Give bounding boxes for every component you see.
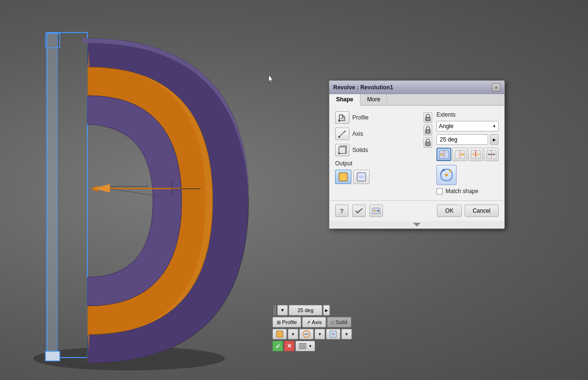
- extents-type-value: Angle: [439, 123, 454, 130]
- extents-type-dropdown[interactable]: Angle ▼: [436, 121, 499, 131]
- flip-buttons-row: [436, 148, 499, 161]
- tip-arrow-icon: [413, 223, 421, 227]
- svg-rect-21: [299, 347, 306, 349]
- svg-point-31: [427, 119, 429, 120]
- flip-btn-2[interactable]: [452, 148, 467, 161]
- axis-toolbar-btn[interactable]: ↗ Axis: [302, 317, 326, 327]
- profile-lock-btn[interactable]: [424, 112, 432, 123]
- profile-icon: ⊞: [277, 320, 281, 325]
- footer-left: ?: [335, 205, 383, 217]
- check-icon: ✓: [275, 343, 281, 350]
- svg-rect-2: [47, 33, 57, 358]
- output-label: Output: [335, 160, 420, 167]
- revolve-dialog: Revolve : Revolution1 × Shape More: [329, 80, 505, 229]
- bottom-toolbar: ▼ 25 deg ▶ ⊞ Profile ↗ Axis □ Solid ▼: [272, 305, 352, 351]
- dialog-title: Revolve : Revolution1: [333, 84, 393, 91]
- solids-field-row: Solids: [335, 144, 420, 156]
- toolbar-separator: [273, 305, 275, 315]
- angle-row: ▼ 25 deg ▶: [272, 305, 352, 315]
- extents-value-row: 25 deg ▶: [436, 134, 499, 145]
- svg-rect-3: [45, 351, 60, 361]
- help-btn[interactable]: ?: [335, 205, 348, 217]
- dialog-right-panel: Extents Angle ▼ 25 deg ▶: [425, 111, 499, 195]
- star-revolve-btn[interactable]: [436, 165, 457, 185]
- preview-btn[interactable]: [370, 205, 383, 217]
- profile-label: Profile: [282, 319, 297, 325]
- extents-label: Extents: [436, 111, 499, 118]
- svg-rect-20: [299, 346, 306, 347]
- check-preview-btn[interactable]: [352, 205, 366, 217]
- confirm-btn[interactable]: ✓: [272, 341, 283, 351]
- svg-rect-25: [339, 147, 346, 153]
- output-extra2-btn[interactable]: ▼: [341, 329, 352, 339]
- flip-btn-1[interactable]: [436, 148, 451, 161]
- cancel-btn[interactable]: ✕: [284, 341, 294, 351]
- flip-btn-4[interactable]: [484, 148, 499, 161]
- tab-more[interactable]: More: [360, 94, 387, 105]
- output-more-btn[interactable]: ▼: [315, 329, 325, 339]
- solid-toolbar-btn[interactable]: □ Solid: [327, 317, 352, 327]
- profile-axis-row: ⊞ Profile ↗ Axis □ Solid: [272, 317, 352, 327]
- axis-field-icon[interactable]: [335, 128, 349, 140]
- angle-increment-btn[interactable]: ▶: [323, 305, 330, 315]
- svg-point-33: [427, 131, 429, 132]
- output-section: Output: [335, 160, 420, 184]
- output-surface-btn-dialog[interactable]: [353, 170, 370, 184]
- extents-increment-btn[interactable]: ▶: [490, 134, 499, 145]
- ok-button[interactable]: OK: [437, 205, 461, 217]
- solids-field-icon[interactable]: [335, 144, 349, 156]
- dialog-body: Profile Axis: [329, 106, 504, 200]
- svg-point-44: [445, 174, 448, 176]
- profile-field-row: Profile: [335, 111, 420, 124]
- output-cut-btn[interactable]: [299, 329, 314, 339]
- axis-field-row: Axis: [335, 128, 420, 140]
- dialog-close-btn[interactable]: ×: [492, 83, 501, 92]
- axis-field-label: Axis: [352, 130, 363, 137]
- x-icon: ✕: [287, 343, 292, 349]
- svg-line-10: [110, 189, 158, 196]
- svg-marker-11: [93, 184, 110, 193]
- output-buttons-row: [335, 170, 420, 184]
- axis-lock-btn[interactable]: [424, 125, 432, 135]
- dialog-footer: ? OK Cancel: [329, 200, 504, 221]
- svg-point-35: [427, 143, 429, 145]
- axis-label: Axis: [312, 319, 322, 325]
- output-solid-btn[interactable]: [272, 329, 287, 339]
- solids-lock-btn[interactable]: [424, 137, 432, 148]
- dropdown-arrow-icon: ▼: [492, 124, 496, 129]
- extents-angle-value[interactable]: 25 deg: [436, 134, 488, 145]
- confirm-row: ✓ ✕ ▼: [272, 341, 352, 351]
- output-dropdown-btn[interactable]: ▼: [288, 329, 298, 339]
- footer-right: OK Cancel: [437, 205, 499, 217]
- match-shape-label: Match shape: [446, 188, 479, 195]
- solid-label: Solid: [336, 319, 347, 325]
- angle-value-display: 25 deg: [289, 305, 322, 315]
- dialog-tab-bar: Shape More: [329, 94, 504, 106]
- solids-field-label: Solids: [352, 147, 368, 153]
- svg-rect-14: [277, 332, 282, 337]
- profile-field-label: Profile: [352, 114, 369, 121]
- output-row: ▼ ▼ ▼: [272, 329, 352, 339]
- profile-field-icon[interactable]: [335, 111, 349, 124]
- angle-dropdown-btn[interactable]: ▼: [277, 305, 288, 315]
- dialog-tip: [329, 221, 504, 228]
- dialog-titlebar: Revolve : Revolution1 ×: [329, 81, 504, 94]
- extents-section: Extents Angle ▼ 25 deg ▶: [436, 111, 499, 195]
- svg-rect-27: [340, 174, 347, 180]
- cancel-button[interactable]: Cancel: [465, 205, 499, 217]
- flip-btn-3[interactable]: [468, 148, 483, 161]
- options-btn[interactable]: ▼: [295, 341, 315, 351]
- match-shape-checkbox[interactable]: [436, 188, 443, 195]
- dialog-left-panel: Profile Axis: [335, 111, 420, 195]
- profile-toolbar-btn[interactable]: ⊞ Profile: [272, 317, 301, 327]
- axis-icon: ↗: [306, 320, 310, 325]
- tab-shape[interactable]: Shape: [329, 94, 360, 106]
- output-solid-btn-dialog[interactable]: [335, 170, 351, 184]
- solid-icon: □: [331, 320, 334, 325]
- match-shape-row: Match shape: [436, 188, 499, 195]
- svg-rect-19: [299, 343, 306, 345]
- output-extra-btn[interactable]: [326, 329, 340, 339]
- svg-point-47: [374, 210, 376, 212]
